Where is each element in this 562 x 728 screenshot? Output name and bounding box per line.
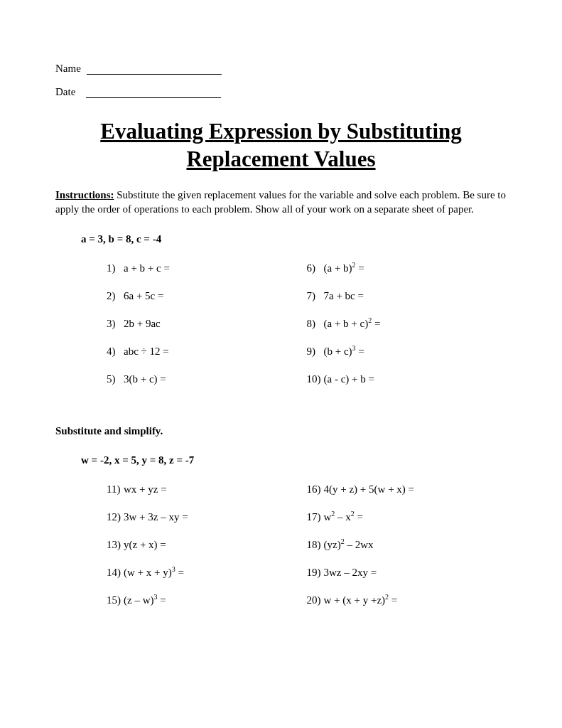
problem-5: 5)3(b + c) = xyxy=(107,373,307,385)
section1-problems: 1)a + b + c = 2)6a + 5c = 3)2b + 9ac 4)a… xyxy=(107,262,507,385)
section2-left-column: 11)wx + yz = 12)3w + 3z – xy = 13)y(z + … xyxy=(107,483,307,606)
problem-18: 18)(yz)2 – 2wx xyxy=(307,539,507,551)
page-title: Evaluating Expression by Substituting Re… xyxy=(55,118,507,173)
date-blank xyxy=(86,88,221,98)
problem-10: 10)(a - c) + b = xyxy=(307,373,507,385)
section2-right-column: 16)4(y + z) + 5(w + x) = 17)w2 – x2 = 18… xyxy=(307,483,507,606)
section1-values: a = 3, b = 8, c = -4 xyxy=(81,233,507,245)
problem-4: 4)abc ÷ 12 = xyxy=(107,346,307,358)
date-label: Date xyxy=(55,86,75,97)
problem-2: 2)6a + 5c = xyxy=(107,290,307,302)
section1-left-column: 1)a + b + c = 2)6a + 5c = 3)2b + 9ac 4)a… xyxy=(107,262,307,385)
name-field: Name xyxy=(55,63,507,75)
problem-11: 11)wx + yz = xyxy=(107,483,307,496)
problem-15: 15)(z – w)3 = xyxy=(107,594,307,606)
problem-16: 16)4(y + z) + 5(w + x) = xyxy=(307,483,507,496)
name-label: Name xyxy=(55,63,81,74)
problem-17: 17)w2 – x2 = xyxy=(307,511,507,523)
section1-right-column: 6)(a + b)2 = 7)7a + bc = 8)(a + b + c)2 … xyxy=(307,262,507,385)
date-field: Date xyxy=(55,86,507,98)
problem-14: 14)(w + x + y)3 = xyxy=(107,567,307,579)
instructions-label: Instructions: xyxy=(55,189,114,200)
instructions-text: Substitute the given replacement values … xyxy=(55,189,506,215)
name-blank xyxy=(87,65,222,75)
problem-20: 20)w + (x + y +z)2 = xyxy=(307,594,507,606)
problem-13: 13)y(z + x) = xyxy=(107,539,307,551)
problem-3: 3)2b + 9ac xyxy=(107,318,307,330)
problem-9: 9)(b + c)3 = xyxy=(307,346,507,358)
problem-6: 6)(a + b)2 = xyxy=(307,262,507,274)
section2-values: w = -2, x = 5, y = 8, z = -7 xyxy=(81,454,507,466)
problem-8: 8)(a + b + c)2 = xyxy=(307,318,507,330)
problem-19: 19)3wz – 2xy = xyxy=(307,567,507,579)
problem-12: 12)3w + 3z – xy = xyxy=(107,511,307,523)
section2-heading: Substitute and simplify. xyxy=(55,425,507,437)
section2-problems: 11)wx + yz = 12)3w + 3z – xy = 13)y(z + … xyxy=(107,483,507,606)
problem-1: 1)a + b + c = xyxy=(107,262,307,274)
problem-7: 7)7a + bc = xyxy=(307,290,507,302)
instructions: Instructions: Substitute the given repla… xyxy=(55,188,507,217)
